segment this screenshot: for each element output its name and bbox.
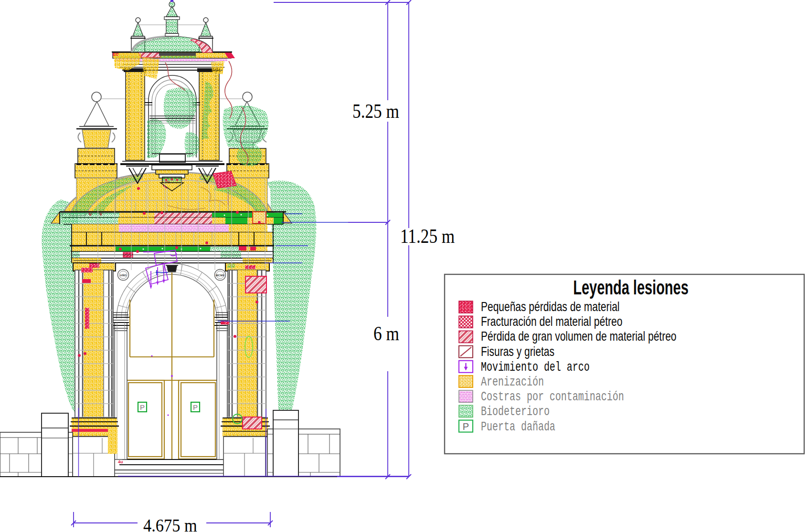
svg-text:11.25 m: 11.25 m	[400, 225, 455, 247]
svg-text:Movimiento del arco: Movimiento del arco	[481, 360, 590, 375]
svg-text:Leyenda lesiones: Leyenda lesiones	[573, 276, 689, 299]
svg-text:Puerta dañada: Puerta dañada	[481, 419, 555, 434]
svg-text:P: P	[140, 403, 145, 411]
svg-text:4.675 m: 4.675 m	[143, 516, 197, 532]
svg-text:Fracturación del material pétr: Fracturación del material pétreo	[481, 314, 622, 329]
svg-text:Biodeterioro: Biodeterioro	[481, 405, 550, 419]
svg-text:5.25 m: 5.25 m	[352, 100, 399, 122]
svg-text:Pérdida de gran volumen de mat: Pérdida de gran volumen de material pétr…	[481, 329, 677, 344]
svg-text:Pequeñas pérdidas de material: Pequeñas pérdidas de material	[481, 299, 620, 314]
svg-text:AÑO: AÑO	[120, 274, 127, 277]
svg-text:MCMX: MCMX	[216, 274, 224, 277]
svg-text:Arenización: Arenización	[481, 375, 544, 389]
svg-text:Fisuras y grietas: Fisuras y grietas	[481, 344, 554, 359]
svg-text:6 m: 6 m	[373, 322, 399, 344]
svg-text:P: P	[193, 403, 198, 411]
svg-text:4u: 4u	[118, 459, 123, 464]
svg-text:P: P	[463, 421, 469, 432]
svg-text:Costras por contaminación: Costras por contaminación	[481, 389, 624, 404]
